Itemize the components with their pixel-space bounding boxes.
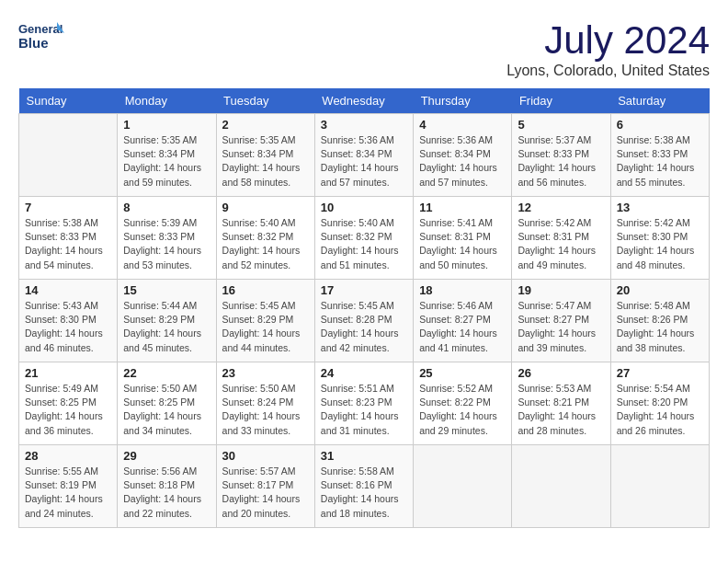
calendar-cell: 22Sunrise: 5:50 AM Sunset: 8:25 PM Dayli… [118,362,216,445]
calendar-cell: 26Sunrise: 5:53 AM Sunset: 8:21 PM Dayli… [512,362,610,445]
calendar-cell [19,114,118,197]
calendar-cell: 12Sunrise: 5:42 AM Sunset: 8:31 PM Dayli… [512,197,610,280]
day-number: 15 [123,283,210,297]
calendar-cell: 6Sunrise: 5:38 AM Sunset: 8:33 PM Daylig… [610,114,709,197]
calendar-week-row: 1Sunrise: 5:35 AM Sunset: 8:34 PM Daylig… [19,114,710,197]
day-info: Sunrise: 5:39 AM Sunset: 8:33 PM Dayligh… [123,216,210,272]
calendar-cell: 31Sunrise: 5:58 AM Sunset: 8:16 PM Dayli… [314,445,413,528]
calendar-cell: 5Sunrise: 5:37 AM Sunset: 8:33 PM Daylig… [512,114,610,197]
day-number: 27 [617,366,703,380]
calendar-cell: 11Sunrise: 5:41 AM Sunset: 8:31 PM Dayli… [414,197,512,280]
calendar-cell: 18Sunrise: 5:46 AM Sunset: 8:27 PM Dayli… [414,280,512,362]
day-info: Sunrise: 5:35 AM Sunset: 8:34 PM Dayligh… [222,133,309,190]
logo: General Blue [18,18,64,60]
day-number: 31 [321,449,407,463]
calendar-week-row: 7Sunrise: 5:38 AM Sunset: 8:33 PM Daylig… [19,197,710,280]
day-info: Sunrise: 5:57 AM Sunset: 8:17 PM Dayligh… [222,465,309,521]
calendar-cell: 14Sunrise: 5:43 AM Sunset: 8:30 PM Dayli… [19,280,118,362]
day-info: Sunrise: 5:42 AM Sunset: 8:30 PM Dayligh… [617,216,703,272]
day-number: 28 [25,449,111,463]
day-number: 24 [321,366,407,380]
day-number: 11 [419,201,506,214]
calendar-cell: 30Sunrise: 5:57 AM Sunset: 8:17 PM Dayli… [216,445,314,528]
day-info: Sunrise: 5:41 AM Sunset: 8:31 PM Dayligh… [419,216,506,272]
day-info: Sunrise: 5:53 AM Sunset: 8:21 PM Dayligh… [518,382,604,438]
weekday-header-wednesday: Wednesday [314,88,413,114]
day-info: Sunrise: 5:43 AM Sunset: 8:30 PM Dayligh… [25,299,111,355]
day-info: Sunrise: 5:40 AM Sunset: 8:32 PM Dayligh… [321,216,407,272]
weekday-header-tuesday: Tuesday [216,88,314,114]
day-number: 1 [123,118,210,132]
day-number: 6 [617,118,703,132]
day-info: Sunrise: 5:55 AM Sunset: 8:19 PM Dayligh… [25,465,111,521]
calendar-cell: 10Sunrise: 5:40 AM Sunset: 8:32 PM Dayli… [314,197,413,280]
day-number: 18 [419,283,506,297]
day-info: Sunrise: 5:42 AM Sunset: 8:31 PM Dayligh… [518,216,604,272]
day-number: 5 [518,118,604,132]
day-number: 21 [25,366,111,380]
day-info: Sunrise: 5:51 AM Sunset: 8:23 PM Dayligh… [321,382,407,438]
weekday-header-row: SundayMondayTuesdayWednesdayThursdayFrid… [19,88,710,114]
calendar-cell: 4Sunrise: 5:36 AM Sunset: 8:34 PM Daylig… [414,114,512,197]
calendar-cell: 15Sunrise: 5:44 AM Sunset: 8:29 PM Dayli… [118,280,216,362]
day-info: Sunrise: 5:45 AM Sunset: 8:28 PM Dayligh… [321,299,407,355]
day-info: Sunrise: 5:46 AM Sunset: 8:27 PM Dayligh… [419,299,506,355]
day-number: 2 [222,118,309,132]
day-info: Sunrise: 5:47 AM Sunset: 8:27 PM Dayligh… [518,299,604,355]
calendar-cell: 28Sunrise: 5:55 AM Sunset: 8:19 PM Dayli… [19,445,118,528]
calendar-table: SundayMondayTuesdayWednesdayThursdayFrid… [18,88,710,528]
calendar-week-row: 28Sunrise: 5:55 AM Sunset: 8:19 PM Dayli… [19,445,710,528]
day-number: 3 [321,118,407,132]
page-header: General Blue July 2024 Lyons, Colorado, … [18,18,710,79]
day-number: 26 [518,366,604,380]
calendar-cell: 19Sunrise: 5:47 AM Sunset: 8:27 PM Dayli… [512,280,610,362]
day-info: Sunrise: 5:58 AM Sunset: 8:16 PM Dayligh… [321,465,407,521]
location-subtitle: Lyons, Colorado, United States [506,63,710,79]
calendar-cell: 27Sunrise: 5:54 AM Sunset: 8:20 PM Dayli… [610,362,709,445]
day-number: 17 [321,283,407,297]
day-number: 12 [518,201,604,214]
calendar-cell: 13Sunrise: 5:42 AM Sunset: 8:30 PM Dayli… [610,197,709,280]
day-info: Sunrise: 5:37 AM Sunset: 8:33 PM Dayligh… [518,133,604,190]
day-info: Sunrise: 5:56 AM Sunset: 8:18 PM Dayligh… [123,465,210,521]
calendar-cell: 17Sunrise: 5:45 AM Sunset: 8:28 PM Dayli… [314,280,413,362]
weekday-header-thursday: Thursday [414,88,512,114]
calendar-cell: 3Sunrise: 5:36 AM Sunset: 8:34 PM Daylig… [314,114,413,197]
day-number: 29 [123,449,210,463]
calendar-cell: 24Sunrise: 5:51 AM Sunset: 8:23 PM Dayli… [314,362,413,445]
day-number: 9 [222,201,309,214]
day-number: 8 [123,201,210,214]
day-info: Sunrise: 5:38 AM Sunset: 8:33 PM Dayligh… [617,133,703,190]
day-info: Sunrise: 5:45 AM Sunset: 8:29 PM Dayligh… [222,299,309,355]
day-number: 10 [321,201,407,214]
day-info: Sunrise: 5:36 AM Sunset: 8:34 PM Dayligh… [419,133,506,190]
day-number: 25 [419,366,506,380]
calendar-week-row: 14Sunrise: 5:43 AM Sunset: 8:30 PM Dayli… [19,280,710,362]
day-number: 20 [617,283,703,297]
calendar-cell: 1Sunrise: 5:35 AM Sunset: 8:34 PM Daylig… [118,114,216,197]
day-info: Sunrise: 5:35 AM Sunset: 8:34 PM Dayligh… [123,133,210,190]
weekday-header-saturday: Saturday [610,88,709,114]
day-number: 22 [123,366,210,380]
weekday-header-friday: Friday [512,88,610,114]
day-number: 4 [419,118,506,132]
calendar-cell: 9Sunrise: 5:40 AM Sunset: 8:32 PM Daylig… [216,197,314,280]
calendar-cell [610,445,709,528]
day-info: Sunrise: 5:48 AM Sunset: 8:26 PM Dayligh… [617,299,703,355]
day-info: Sunrise: 5:50 AM Sunset: 8:25 PM Dayligh… [123,382,210,438]
calendar-cell: 2Sunrise: 5:35 AM Sunset: 8:34 PM Daylig… [216,114,314,197]
day-number: 13 [617,201,703,214]
calendar-cell: 23Sunrise: 5:50 AM Sunset: 8:24 PM Dayli… [216,362,314,445]
calendar-cell: 8Sunrise: 5:39 AM Sunset: 8:33 PM Daylig… [118,197,216,280]
day-number: 23 [222,366,309,380]
day-info: Sunrise: 5:36 AM Sunset: 8:34 PM Dayligh… [321,133,407,190]
day-info: Sunrise: 5:50 AM Sunset: 8:24 PM Dayligh… [222,382,309,438]
svg-text:General: General [18,22,63,36]
weekday-header-sunday: Sunday [19,88,118,114]
calendar-cell: 16Sunrise: 5:45 AM Sunset: 8:29 PM Dayli… [216,280,314,362]
day-number: 19 [518,283,604,297]
calendar-cell: 20Sunrise: 5:48 AM Sunset: 8:26 PM Dayli… [610,280,709,362]
day-number: 30 [222,449,309,463]
calendar-cell: 29Sunrise: 5:56 AM Sunset: 8:18 PM Dayli… [118,445,216,528]
svg-text:Blue: Blue [18,35,49,51]
